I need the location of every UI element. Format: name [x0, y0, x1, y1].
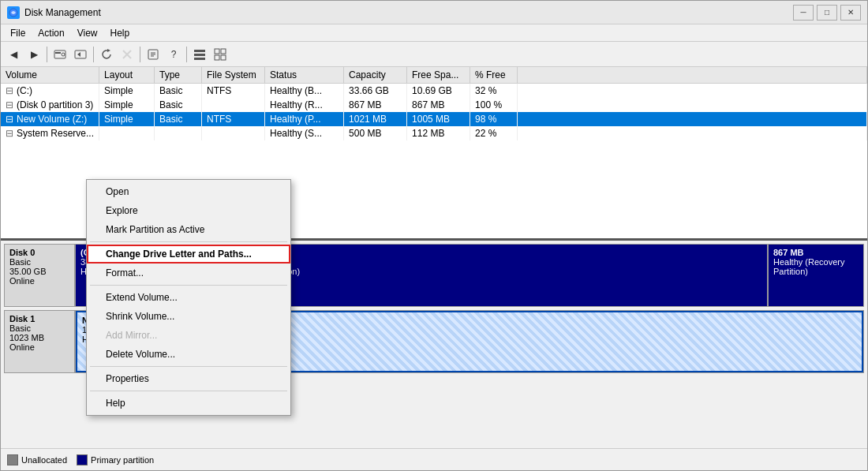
cell-4: Healthy (P... [265, 112, 344, 126]
legend-primary-box [77, 454, 88, 465]
svg-point-2 [62, 53, 65, 56]
cell-5: 33.66 GB [344, 84, 407, 99]
cell-4: Healthy (R... [265, 98, 344, 112]
legend-primary: Primary partition [77, 454, 154, 465]
col-fs[interactable]: File System [202, 67, 265, 84]
cell-4: Healthy (S... [265, 126, 344, 140]
svg-rect-13 [194, 58, 205, 60]
ctx-explore[interactable]: Explore [87, 201, 290, 220]
main-content: Volume Layout Type File System Status Ca… [1, 67, 867, 470]
refresh-button[interactable] [97, 45, 116, 64]
disk-status: Online [9, 276, 69, 286]
disk-label-0: Disk 0 Basic 35.00 GB Online [4, 244, 75, 307]
col-layout[interactable]: Layout [99, 67, 155, 84]
ctx-help[interactable]: Help [87, 394, 290, 413]
menu-view[interactable]: View [71, 26, 104, 40]
table-row[interactable]: ⊟(Disk 0 partition 3)SimpleBasicHealthy … [1, 98, 867, 112]
cell-0: ⊟(Disk 0 partition 3) [1, 98, 99, 112]
ctx-shrink[interactable]: Shrink Volume... [87, 307, 290, 326]
ctx-format[interactable]: Format... [87, 264, 290, 282]
cell-6: 112 MB [407, 126, 470, 140]
back-button[interactable]: ◀ [4, 45, 23, 64]
minimize-button[interactable]: ─ [793, 5, 814, 21]
cell-3: NTFS [202, 112, 265, 126]
cell-5: 1021 MB [344, 112, 407, 126]
action-button[interactable] [71, 45, 90, 64]
volume-table: Volume Layout Type File System Status Ca… [1, 67, 867, 140]
ctx-properties[interactable]: Properties [87, 369, 290, 388]
col-pct[interactable]: % Free [470, 67, 518, 84]
toolbar-sep-3 [140, 47, 140, 62]
col-capacity[interactable]: Capacity [344, 67, 407, 84]
cell-2 [155, 126, 202, 140]
toolbar-sep-2 [93, 47, 94, 62]
partition-recovery[interactable]: 867 MB Healthy (Recovery Partition) [769, 245, 863, 306]
toolbar: ◀ ▶ [1, 42, 867, 67]
col-status[interactable]: Status [265, 67, 344, 84]
col-free[interactable]: Free Spa... [407, 67, 470, 84]
cancel-button[interactable] [118, 45, 137, 64]
cell-6: 10.69 GB [407, 84, 470, 99]
table-row[interactable]: ⊟(C:)SimpleBasicNTFSHealthy (B...33.66 G… [1, 84, 867, 99]
cell-5: 500 MB [344, 126, 407, 140]
svg-rect-15 [221, 49, 226, 54]
legend-unallocated: Unallocated [7, 454, 67, 465]
col-volume[interactable]: Volume [1, 67, 99, 84]
cell-6: 1005 MB [407, 112, 470, 126]
menu-action[interactable]: Action [32, 26, 70, 40]
svg-rect-14 [215, 49, 219, 54]
cell-8 [518, 98, 867, 112]
partition-name: 867 MB [773, 248, 859, 257]
ctx-sep-9 [90, 391, 287, 391]
table-row[interactable]: ⊟New Volume (Z:)SimpleBasicNTFSHealthy (… [1, 112, 867, 126]
disk-type: Basic [9, 257, 69, 267]
view1-button[interactable] [190, 45, 209, 64]
disk-type: Basic [9, 323, 69, 333]
help-toolbar-button[interactable]: ? [164, 45, 183, 64]
disk-button[interactable] [51, 45, 69, 64]
app-icon [7, 6, 20, 19]
col-type[interactable]: Type [155, 67, 202, 84]
cell-7: 32 % [470, 84, 518, 99]
ctx-sep-4 [90, 285, 287, 286]
forward-button[interactable]: ▶ [24, 45, 43, 64]
ctx-delete[interactable]: Delete Volume... [87, 345, 290, 364]
toolbar-sep-1 [47, 47, 47, 62]
cell-8 [518, 112, 867, 126]
menu-file[interactable]: File [4, 26, 32, 40]
cell-3 [202, 126, 265, 140]
ctx-open[interactable]: Open [87, 182, 290, 201]
cell-5: 867 MB [344, 98, 407, 112]
properties-button[interactable] [144, 45, 163, 64]
cell-3: NTFS [202, 84, 265, 99]
view2-button[interactable] [211, 45, 230, 64]
cell-2: Basic [155, 84, 202, 99]
cell-4: Healthy (B... [265, 84, 344, 99]
ctx-mark-active[interactable]: Mark Partition as Active [87, 220, 290, 239]
legend-bar: Unallocated Primary partition [1, 448, 867, 470]
ctx-change-drive[interactable]: Change Drive Letter and Paths... [87, 245, 290, 264]
partition-status: Healthy (Recovery Partition) [773, 257, 859, 276]
table-row[interactable]: ⊟System Reserve...Healthy (S...500 MB112… [1, 126, 867, 140]
menu-help[interactable]: Help [104, 26, 137, 40]
cell-7: 100 % [470, 98, 518, 112]
cell-7: 98 % [470, 112, 518, 126]
close-button[interactable]: ✕ [840, 5, 861, 21]
cell-1: Simple [99, 84, 155, 99]
cell-3 [202, 98, 265, 112]
disk-name: Disk 1 [9, 314, 69, 323]
cell-7: 22 % [470, 126, 518, 140]
legend-unallocated-box [7, 454, 18, 465]
disk-size: 35.00 GB [9, 267, 69, 276]
window-controls: ─ □ ✕ [793, 5, 861, 21]
svg-rect-3 [55, 52, 61, 54]
ctx-extend[interactable]: Extend Volume... [87, 288, 290, 307]
maximize-button[interactable]: □ [817, 5, 837, 21]
ctx-add-mirror: Add Mirror... [87, 326, 290, 345]
disk-status: Online [9, 342, 69, 352]
disk-management-window: Disk Management ─ □ ✕ File Action View H… [0, 0, 868, 471]
ctx-sep-2 [90, 241, 287, 242]
context-menu: OpenExploreMark Partition as ActiveChang… [86, 179, 291, 416]
svg-rect-11 [194, 50, 205, 52]
cell-0: ⊟(C:) [1, 84, 99, 99]
